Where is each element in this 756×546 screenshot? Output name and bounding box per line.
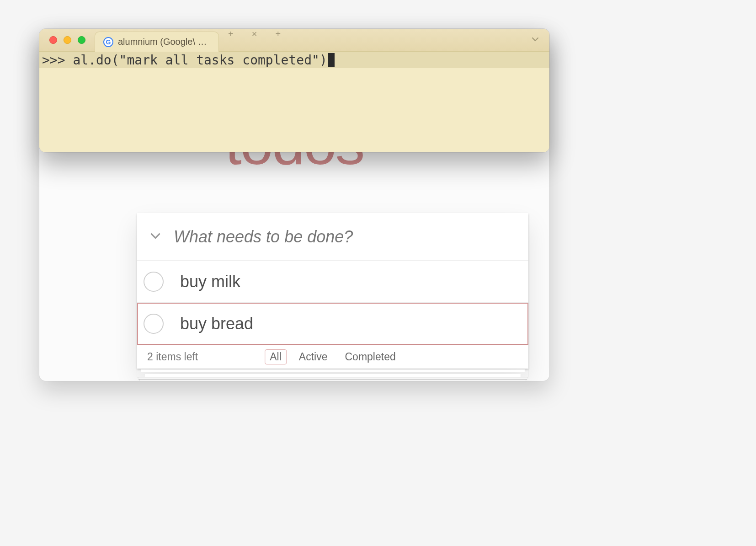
terminal-line: >>> al.do("mark all tasks completed")	[39, 52, 549, 68]
new-tab-button-2[interactable]: +	[266, 29, 290, 51]
todo-input-row	[137, 213, 528, 261]
new-tab-button[interactable]: +	[219, 29, 243, 51]
tab-strip: G alumnium (Google\ Chrom… + × +	[95, 29, 290, 51]
filter-active[interactable]: Active	[294, 349, 333, 364]
chevron-down-icon	[149, 230, 161, 242]
todo-label: buy bread	[180, 314, 253, 333]
filter-all[interactable]: All	[265, 349, 287, 364]
todo-item[interactable]: buy milk	[137, 261, 528, 303]
minimize-window-button[interactable]	[64, 36, 71, 44]
filter-completed[interactable]: Completed	[340, 349, 400, 364]
todo-label: buy milk	[180, 272, 240, 291]
terminal-command: al.do("mark all tasks completed")	[73, 53, 327, 68]
terminal-body[interactable]: >>> al.do("mark all tasks completed")	[39, 52, 549, 152]
todo-card: buy milk buy bread 2 items left All Acti…	[137, 213, 528, 369]
tab-favicon-icon: G	[103, 37, 113, 47]
todo-checkbox[interactable]	[144, 272, 164, 292]
items-left-label: 2 items left	[147, 351, 198, 363]
terminal-window: G alumnium (Google\ Chrom… + × + >>> al.…	[39, 29, 549, 152]
traffic-lights	[39, 36, 85, 44]
terminal-cursor	[328, 53, 335, 67]
todo-checkbox[interactable]	[144, 314, 164, 334]
new-todo-input[interactable]	[174, 227, 528, 246]
terminal-prompt: >>>	[42, 53, 73, 68]
todo-item[interactable]: buy bread	[137, 303, 528, 345]
close-window-button[interactable]	[49, 36, 57, 44]
tab-title: alumnium (Google\ Chrom…	[118, 37, 209, 47]
maximize-window-button[interactable]	[78, 36, 85, 44]
tab-overflow-button[interactable]	[531, 35, 539, 45]
close-tab-button[interactable]: ×	[243, 29, 266, 51]
chevron-down-icon	[531, 35, 539, 43]
terminal-tab[interactable]: G alumnium (Google\ Chrom…	[95, 32, 219, 52]
toggle-all-button[interactable]	[137, 230, 174, 244]
filter-group: All Active Completed	[265, 349, 400, 364]
terminal-titlebar: G alumnium (Google\ Chrom… + × +	[39, 29, 549, 52]
todo-footer: 2 items left All Active Completed	[137, 345, 528, 369]
